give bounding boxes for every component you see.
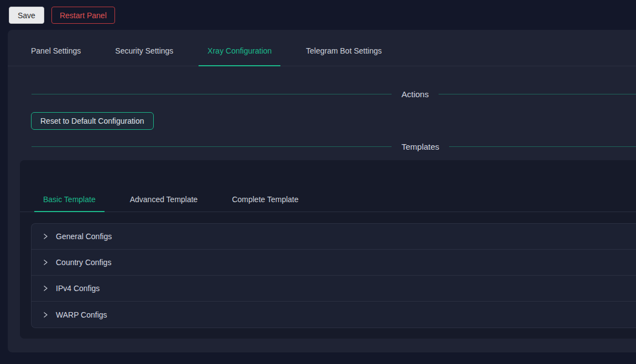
tab-basic-template[interactable]: Basic Template bbox=[34, 195, 105, 212]
actions-divider: Actions bbox=[32, 89, 636, 99]
tab-complete-template[interactable]: Complete Template bbox=[223, 195, 307, 212]
chevron-right-icon bbox=[42, 233, 49, 240]
divider-line bbox=[32, 94, 392, 94]
template-collapse: General Configs Country Configs IPv4 Con… bbox=[31, 223, 636, 328]
collapse-general-configs[interactable]: General Configs bbox=[32, 224, 636, 250]
chevron-right-icon bbox=[42, 285, 49, 292]
templates-divider-label: Templates bbox=[402, 142, 439, 151]
tab-panel-settings[interactable]: Panel Settings bbox=[22, 46, 90, 66]
restart-panel-button[interactable]: Restart Panel bbox=[51, 7, 115, 24]
tab-security-settings[interactable]: Security Settings bbox=[106, 46, 182, 66]
collapse-warp-configs[interactable]: WARP Configs bbox=[32, 302, 636, 328]
save-button[interactable]: Save bbox=[9, 7, 44, 24]
collapse-label: IPv4 Configs bbox=[56, 284, 100, 293]
collapse-label: General Configs bbox=[56, 232, 112, 241]
settings-tabs: Panel Settings Security Settings Xray Co… bbox=[8, 30, 636, 66]
divider-line bbox=[439, 94, 636, 94]
divider-line bbox=[449, 146, 636, 147]
collapse-label: WARP Configs bbox=[56, 310, 107, 319]
actions-divider-label: Actions bbox=[402, 89, 429, 99]
tab-telegram-bot-settings[interactable]: Telegram Bot Settings bbox=[297, 46, 390, 66]
reset-default-config-button[interactable]: Reset to Default Configuration bbox=[31, 112, 154, 130]
chevron-right-icon bbox=[42, 312, 49, 318]
collapse-country-configs[interactable]: Country Configs bbox=[32, 250, 636, 276]
settings-card: Panel Settings Security Settings Xray Co… bbox=[8, 30, 636, 352]
template-tabs: Basic Template Advanced Template Complet… bbox=[20, 187, 636, 212]
tab-xray-configuration[interactable]: Xray Configuration bbox=[199, 46, 280, 66]
top-toolbar: Save Restart Panel bbox=[0, 0, 636, 30]
templates-divider: Templates bbox=[32, 142, 636, 151]
templates-card: Basic Template Advanced Template Complet… bbox=[20, 160, 636, 339]
tab-advanced-template[interactable]: Advanced Template bbox=[121, 195, 207, 212]
divider-line bbox=[32, 146, 392, 147]
collapse-label: Country Configs bbox=[56, 258, 111, 267]
chevron-right-icon bbox=[42, 259, 49, 266]
collapse-ipv4-configs[interactable]: IPv4 Configs bbox=[32, 276, 636, 302]
